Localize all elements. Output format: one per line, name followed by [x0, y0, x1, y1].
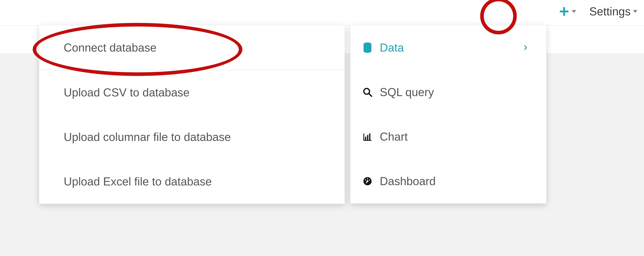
- menu-item-data[interactable]: Data: [350, 25, 546, 70]
- svg-line-4: [369, 93, 372, 96]
- svg-rect-9: [369, 134, 370, 140]
- svg-rect-1: [560, 11, 568, 13]
- menu-item-label: Chart: [380, 130, 528, 143]
- caret-down-icon: [633, 10, 638, 13]
- menu-item-dashboard[interactable]: Dashboard: [350, 159, 546, 203]
- menu-item-label: SQL query: [380, 86, 528, 99]
- submenu-item-upload-csv[interactable]: Upload CSV to database: [39, 70, 344, 115]
- add-new-button[interactable]: [559, 6, 576, 17]
- gauge-icon: [360, 176, 375, 186]
- settings-menu-button[interactable]: Settings: [589, 5, 638, 18]
- svg-rect-6: [364, 140, 372, 141]
- svg-point-14: [369, 179, 370, 181]
- menu-item-label: Dashboard: [380, 175, 528, 188]
- submenu-item-label: Upload columnar file to database: [64, 131, 327, 144]
- chevron-right-icon: [523, 43, 528, 52]
- submenu-item-label: Connect database: [64, 41, 327, 54]
- settings-label: Settings: [589, 5, 630, 18]
- svg-point-13: [367, 178, 368, 179]
- search-icon: [360, 87, 375, 97]
- svg-rect-7: [365, 137, 366, 140]
- svg-point-2: [364, 43, 372, 46]
- menu-item-chart[interactable]: Chart: [350, 114, 546, 159]
- caret-down-icon: [572, 10, 576, 13]
- menu-item-sql-query[interactable]: SQL query: [350, 70, 546, 114]
- svg-rect-5: [364, 134, 364, 141]
- bar-chart-icon: [360, 132, 375, 142]
- plus-icon: [559, 6, 569, 17]
- svg-rect-8: [367, 135, 368, 140]
- data-submenu: Connect database Upload CSV to database …: [39, 25, 344, 204]
- submenu-item-upload-columnar[interactable]: Upload columnar file to database: [39, 115, 344, 159]
- topbar: Settings: [0, 0, 644, 26]
- menu-item-label: Data: [380, 41, 523, 54]
- submenu-item-upload-excel[interactable]: Upload Excel file to database: [39, 159, 344, 204]
- submenu-item-label: Upload Excel file to database: [64, 175, 327, 188]
- submenu-item-label: Upload CSV to database: [64, 86, 327, 99]
- svg-point-12: [365, 179, 366, 181]
- submenu-item-connect-database[interactable]: Connect database: [39, 25, 344, 70]
- add-menu: Data SQL query Chart Dashboard: [350, 25, 546, 203]
- database-icon: [360, 42, 375, 53]
